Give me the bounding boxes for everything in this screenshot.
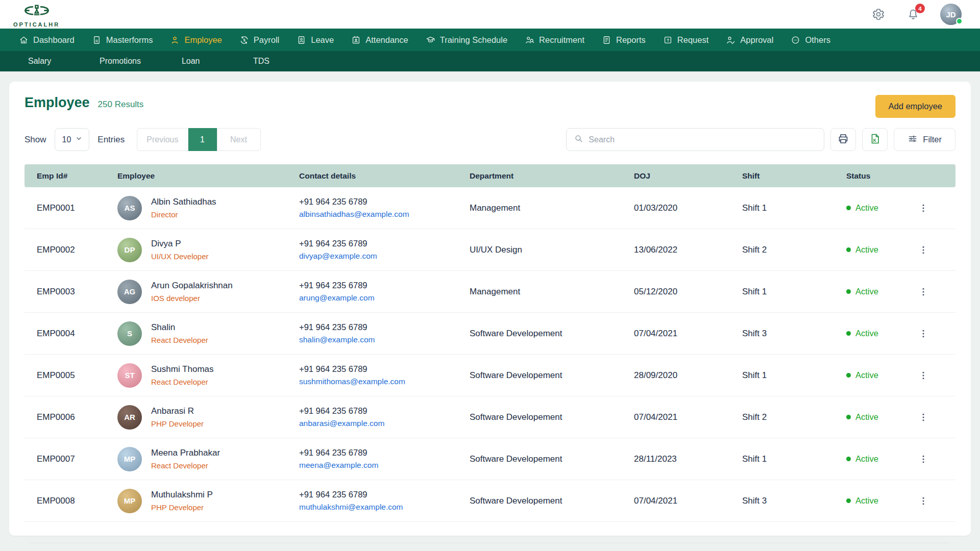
- emp-id: EMP0008: [24, 496, 105, 506]
- email-link[interactable]: muthulakshmi@example.com: [299, 503, 457, 512]
- contact-cell: +91 964 235 6789albinsathiadhas@example.…: [287, 197, 457, 219]
- reports-icon: [602, 35, 611, 45]
- nav-item-recruitment[interactable]: Recruitment: [516, 29, 593, 51]
- nav-item-leave[interactable]: Leave: [288, 29, 342, 51]
- brand-logo: OPTICALHR: [13, 2, 60, 28]
- nav-item-label: Leave: [311, 35, 334, 45]
- table-row: EMP0003AGArun GopalakrishnanIOS develope…: [24, 271, 955, 313]
- row-actions-kebab-icon[interactable]: [915, 325, 932, 342]
- employee-name: Shalin: [151, 322, 208, 333]
- nav-item-label: Reports: [616, 35, 646, 45]
- employee-name: Albin Sathiadhas: [151, 197, 216, 207]
- department: Software Developement: [457, 496, 622, 506]
- subnav-item-salary[interactable]: Salary: [28, 57, 59, 66]
- previous-page-button[interactable]: Previous: [137, 128, 188, 151]
- print-button[interactable]: [830, 128, 856, 151]
- next-page-button[interactable]: Next: [217, 128, 261, 151]
- nav-item-label: Payroll: [254, 35, 279, 45]
- subnav-item-promotions[interactable]: Promotions: [100, 57, 141, 66]
- nav-item-reports[interactable]: Reports: [593, 29, 654, 51]
- row-actions-kebab-icon[interactable]: [915, 492, 932, 510]
- row-actions-kebab-icon[interactable]: [915, 283, 932, 300]
- email-link[interactable]: shalin@example.com: [299, 335, 457, 344]
- status-text: Active: [855, 412, 878, 422]
- export-excel-button[interactable]: X: [862, 128, 888, 151]
- doj: 13/06/2022: [622, 245, 730, 255]
- employee-card: Employee 250 Results Add employee Show 1…: [9, 82, 971, 536]
- employee-cell: ASAlbin SathiadhasDirector: [105, 196, 287, 220]
- nav-item-dashboard[interactable]: Dashboard: [10, 29, 83, 51]
- status-text: Active: [855, 203, 878, 213]
- employee-avatar: AG: [117, 280, 142, 304]
- employee-cell: MPMeena PrabhakarReact Developer: [105, 447, 287, 471]
- table-row: EMP0007MPMeena PrabhakarReact Developer+…: [24, 438, 955, 480]
- opticalhr-logo-icon: [23, 5, 50, 21]
- contact-cell: +91 964 235 6789sushmithomas@example.com: [287, 364, 457, 386]
- contact-cell: +91 964 235 6789muthulakshmi@example.com: [287, 490, 457, 512]
- doj: 28/11/2023: [622, 454, 730, 464]
- subnav-item-loan[interactable]: Loan: [182, 57, 212, 66]
- email-link[interactable]: sushmithomas@example.com: [299, 377, 457, 386]
- department: Software Developement: [457, 412, 622, 422]
- row-actions-kebab-icon[interactable]: [915, 199, 932, 217]
- employee-name: Sushmi Thomas: [151, 364, 214, 374]
- emp-id: EMP0006: [24, 412, 105, 422]
- emp-id: EMP0003: [24, 287, 105, 297]
- page-size-select[interactable]: 10: [55, 128, 90, 151]
- search-input[interactable]: [589, 135, 817, 144]
- row-actions-kebab-icon[interactable]: [915, 367, 932, 384]
- employee-cell: ARAnbarasi RPHP Developer: [105, 405, 287, 430]
- bell-icon[interactable]: 4: [905, 7, 921, 22]
- nav-item-label: Masterforms: [106, 35, 153, 45]
- email-link[interactable]: albinsathiadhas@example.com: [299, 210, 457, 219]
- filter-label: Filter: [923, 135, 942, 144]
- user-avatar[interactable]: JD: [940, 4, 962, 25]
- doj: 05/12/2020: [622, 287, 730, 297]
- row-actions-kebab-icon[interactable]: [915, 450, 932, 468]
- nav-item-training-schedule[interactable]: Training Schedule: [417, 29, 516, 51]
- email-link[interactable]: arung@example.com: [299, 293, 457, 303]
- status-dot: [846, 373, 851, 378]
- emp-id: EMP0002: [24, 245, 105, 255]
- employee-name: Anbarasi R: [151, 406, 204, 416]
- pagination: Previous 1 Next: [137, 128, 260, 151]
- contact-cell: +91 964 235 6789shalin@example.com: [287, 322, 457, 344]
- nav-item-request[interactable]: ?Request: [654, 29, 717, 51]
- current-page-button[interactable]: 1: [188, 128, 217, 151]
- subnav-item-tds[interactable]: TDS: [253, 57, 284, 66]
- employee-role: PHP Developer: [151, 503, 213, 512]
- row-actions-kebab-icon[interactable]: [915, 241, 932, 259]
- phone-number: +91 964 235 6789: [299, 490, 457, 499]
- others-icon: [791, 35, 800, 45]
- filter-button[interactable]: Filter: [894, 128, 955, 151]
- home-icon: [19, 35, 29, 45]
- status-cell: Active: [834, 496, 915, 506]
- email-link[interactable]: anbarasi@example.com: [299, 419, 457, 428]
- add-employee-button[interactable]: Add employee: [875, 95, 956, 118]
- department: Management: [457, 203, 622, 213]
- status-cell: Active: [834, 245, 915, 255]
- doj: 07/04/2021: [622, 496, 730, 506]
- contact-cell: +91 964 235 6789divyap@example.com: [287, 239, 457, 261]
- status-cell: Active: [834, 203, 915, 213]
- email-link[interactable]: meena@example.com: [299, 461, 457, 470]
- search-icon: [574, 134, 583, 145]
- gear-icon[interactable]: [871, 7, 886, 22]
- phone-number: +91 964 235 6789: [299, 364, 457, 374]
- nav-item-masterforms[interactable]: Masterforms: [83, 29, 162, 51]
- email-link[interactable]: divyap@example.com: [299, 252, 457, 261]
- nav-item-approval[interactable]: Approval: [717, 29, 782, 51]
- nav-item-employee[interactable]: Employee: [161, 29, 230, 51]
- nav-item-payroll[interactable]: $Payroll: [231, 29, 288, 51]
- sub-navigation: SalaryPromotionsLoanTDS: [0, 51, 980, 71]
- nav-item-attendance[interactable]: Attendance: [342, 29, 416, 51]
- department: Software Developement: [457, 454, 622, 464]
- printer-icon: [837, 133, 849, 146]
- status-dot: [846, 457, 851, 461]
- nav-item-others[interactable]: Others: [782, 29, 839, 51]
- row-actions-kebab-icon[interactable]: [915, 409, 932, 426]
- column-header-doj: DOJ: [622, 171, 730, 181]
- status-cell: Active: [834, 287, 915, 296]
- chevron-down-icon: [75, 135, 83, 144]
- shift: Shift 2: [730, 412, 834, 422]
